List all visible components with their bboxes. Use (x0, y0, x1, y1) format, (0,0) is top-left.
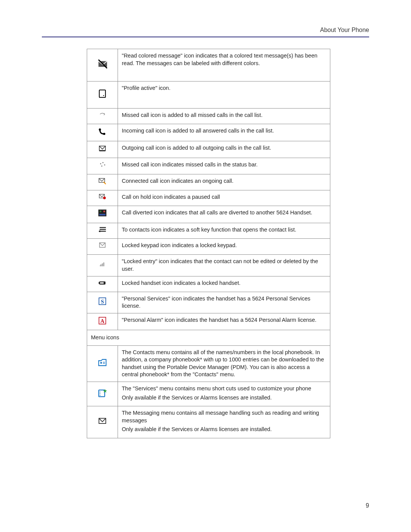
locked-entry-icon (97, 260, 108, 271)
description-cell: "Locked entry" icon indicates that the c… (118, 255, 330, 276)
icon-cell (87, 223, 118, 238)
connected-call-icon (97, 177, 108, 187)
description-cell: Call diverted icon indicates that all ca… (118, 206, 330, 223)
svg-point-5 (103, 133, 105, 135)
section-header-cell: Menu icons (87, 330, 330, 346)
table-row: Call on hold icon indicates a paused cal… (87, 190, 330, 206)
svg-rect-2 (99, 90, 105, 97)
svg-point-4 (99, 128, 101, 131)
description-text: Incoming call icon is added to all answe… (122, 128, 274, 134)
svg-point-8 (100, 163, 101, 165)
table-row: Missed call icon indicates missed calls … (87, 158, 330, 174)
description-text: The Messaging menu contains all message … (122, 410, 319, 423)
table-row: S "Personal Services" icon indicates the… (87, 292, 330, 313)
description-text: "Personal Services" icon indicates the h… (122, 296, 311, 309)
messaging-menu-icon (97, 417, 108, 427)
svg-text:S: S (101, 299, 104, 305)
svg-rect-29 (100, 282, 104, 283)
description-text: The "Services" menu contains menu short … (122, 385, 311, 391)
table-row: Incoming call icon is added to all answe… (87, 124, 330, 141)
table-row: Locked keypad icon indicates a locked ke… (87, 238, 330, 255)
svg-point-3 (103, 95, 104, 96)
svg-rect-26 (104, 262, 105, 266)
description-text: "Profile active" icon. (122, 85, 170, 91)
table-row: The Contacts menu contains all of the na… (87, 345, 330, 382)
description-cell: Missed call icon indicates missed calls … (118, 158, 330, 174)
svg-marker-22 (99, 230, 100, 232)
icon-cell (87, 124, 118, 141)
incoming-call-icon (97, 126, 108, 137)
document-page: About Your Phone "Read colored message" … (0, 0, 411, 532)
table-row: Outgoing call icon is added to all outgo… (87, 141, 330, 158)
personal-services-icon: S (97, 296, 108, 307)
locked-handset-icon (97, 279, 108, 289)
description-text: Locked keypad icon indicates a locked ke… (122, 242, 237, 248)
description-text: Missed call icon is added to all missed … (122, 112, 263, 118)
description-cell: Outgoing call icon is added to all outgo… (118, 141, 330, 158)
description-cell: "Read colored message" icon indicates th… (118, 49, 330, 81)
description-text: The Contacts menu contains all of the na… (122, 349, 324, 378)
svg-rect-25 (102, 264, 103, 267)
description-cell: Call on hold icon indicates a paused cal… (118, 190, 330, 206)
svg-point-40 (100, 393, 100, 394)
description-cell: The Contacts menu contains all of the na… (118, 345, 330, 382)
table-row: Locked handset icon indicates a locked h… (87, 276, 330, 292)
description-cell: Incoming call icon is added to all answe… (118, 124, 330, 141)
icon-description-table: "Read colored message" icon indicates th… (87, 49, 330, 438)
icon-cell (87, 345, 118, 382)
icon-cell (87, 255, 118, 276)
svg-point-41 (100, 395, 100, 396)
description-cell: The "Services" menu contains menu short … (118, 382, 330, 406)
svg-point-35 (100, 362, 102, 364)
description-text: Missed call icon indicates missed calls … (122, 161, 258, 168)
description-cell: "Profile active" icon. (118, 81, 330, 109)
table-row: "Profile active" icon. (87, 81, 330, 109)
icon-cell (87, 81, 118, 109)
svg-point-11 (101, 166, 102, 167)
services-menu-icon (97, 388, 108, 398)
icon-cell (87, 382, 118, 406)
missed-call-list-icon (97, 111, 108, 121)
missed-call-status-icon (97, 160, 108, 171)
page-title: About Your Phone (320, 27, 369, 33)
table-row: "Locked entry" icon indicates that the c… (87, 255, 330, 276)
contacts-menu-icon (97, 358, 108, 368)
to-contacts-icon (97, 225, 108, 236)
icon-cell (87, 206, 118, 223)
svg-text:A: A (100, 318, 105, 324)
description-text: To contacts icon indicates a soft key fu… (122, 227, 296, 233)
icon-cell (87, 190, 118, 206)
icon-cell: S (87, 292, 118, 313)
svg-point-9 (102, 162, 104, 163)
description-cell: Connected call icon indicates an ongoing… (118, 174, 330, 190)
call-on-hold-icon (97, 193, 108, 203)
description-cell: Locked handset icon indicates a locked h… (118, 276, 330, 292)
description-cell: "Personal Services" icon indicates the h… (118, 292, 330, 313)
description-text: "Locked entry" icon indicates that the c… (122, 258, 318, 272)
svg-point-39 (100, 391, 100, 392)
icon-cell (87, 49, 118, 81)
svg-point-27 (100, 265, 100, 266)
description-text: Call diverted icon indicates that all ca… (122, 209, 312, 216)
svg-rect-38 (99, 390, 105, 397)
table-row: A "Personal Alarm" icon indicates the ha… (87, 313, 330, 330)
svg-point-10 (104, 165, 105, 166)
description-text: "Read colored message" icon indicates th… (122, 53, 317, 66)
description-cell: The Messaging menu contains all message … (118, 406, 330, 438)
description-cell: To contacts icon indicates a soft key fu… (118, 223, 330, 238)
table-row: The Messaging menu contains all message … (87, 406, 330, 438)
icon-cell (87, 406, 118, 438)
icon-cell (87, 109, 118, 124)
description-cell: Locked keypad icon indicates a locked ke… (118, 238, 330, 255)
outgoing-call-icon (97, 144, 108, 154)
icon-cell (87, 238, 118, 255)
icon-cell (87, 174, 118, 190)
read-colored-message-icon (97, 58, 108, 69)
page-header: About Your Phone (42, 27, 369, 37)
svg-point-17 (103, 211, 105, 212)
svg-rect-7 (99, 150, 105, 151)
description-text: Connected call icon indicates an ongoing… (122, 178, 233, 184)
icon-cell (87, 158, 118, 174)
svg-rect-30 (99, 282, 99, 284)
table-row: Call diverted icon indicates that all ca… (87, 206, 330, 223)
